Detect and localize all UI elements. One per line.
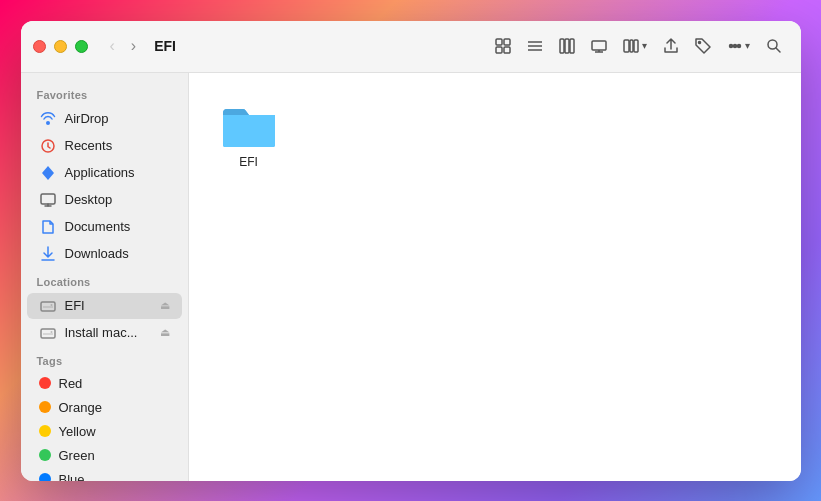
close-button[interactable]: × bbox=[33, 40, 46, 53]
file-area: EFI bbox=[189, 73, 801, 481]
yellow-tag-label: Yellow bbox=[59, 424, 96, 439]
orange-tag-label: Orange bbox=[59, 400, 102, 415]
recents-label: Recents bbox=[65, 138, 113, 153]
svg-rect-3 bbox=[504, 47, 510, 53]
sidebar-item-airdrop[interactable]: AirDrop bbox=[27, 106, 182, 132]
forward-button[interactable]: › bbox=[125, 34, 142, 58]
desktop-icon bbox=[39, 191, 57, 209]
gallery-icon bbox=[591, 38, 607, 54]
install-disk-icon bbox=[39, 324, 57, 342]
svg-point-18 bbox=[733, 45, 736, 48]
grid-icon bbox=[495, 38, 511, 54]
svg-point-29 bbox=[50, 304, 52, 306]
efi-label: EFI bbox=[65, 298, 85, 313]
svg-line-21 bbox=[776, 48, 780, 52]
sidebar-item-tag-green[interactable]: Green bbox=[27, 444, 182, 467]
install-label: Install mac... bbox=[65, 325, 138, 340]
action-button[interactable]: ▾ bbox=[720, 33, 757, 59]
documents-icon bbox=[39, 218, 57, 236]
folder-svg bbox=[221, 101, 277, 149]
sidebar-item-recents[interactable]: Recents bbox=[27, 133, 182, 159]
sidebar-item-downloads[interactable]: Downloads bbox=[27, 241, 182, 267]
list-icon bbox=[527, 38, 543, 54]
search-icon bbox=[766, 38, 782, 54]
share-icon bbox=[663, 38, 679, 54]
svg-point-17 bbox=[729, 45, 732, 48]
sidebar-item-documents[interactable]: Documents bbox=[27, 214, 182, 240]
sidebar-item-efi[interactable]: EFI ⏏ bbox=[27, 293, 182, 319]
green-tag-label: Green bbox=[59, 448, 95, 463]
applications-icon bbox=[39, 164, 57, 182]
view-list-button[interactable] bbox=[520, 33, 550, 59]
svg-rect-7 bbox=[560, 39, 564, 53]
airdrop-icon bbox=[39, 110, 57, 128]
blue-tag-label: Blue bbox=[59, 472, 85, 481]
file-efi-label: EFI bbox=[239, 155, 258, 169]
svg-rect-0 bbox=[496, 39, 502, 45]
svg-point-19 bbox=[737, 45, 740, 48]
view-gallery-button[interactable] bbox=[584, 33, 614, 59]
file-item-efi[interactable]: EFI bbox=[209, 93, 289, 177]
green-tag-dot bbox=[39, 449, 51, 461]
sidebar-item-tag-yellow[interactable]: Yellow bbox=[27, 420, 182, 443]
yellow-tag-dot bbox=[39, 425, 51, 437]
blue-tag-dot bbox=[39, 473, 51, 481]
install-eject[interactable]: ⏏ bbox=[160, 326, 170, 339]
sidebar-item-tag-blue[interactable]: Blue bbox=[27, 468, 182, 481]
red-tag-dot bbox=[39, 377, 51, 389]
svg-rect-23 bbox=[41, 194, 55, 204]
nav-buttons: ‹ › bbox=[104, 34, 143, 58]
search-button[interactable] bbox=[759, 33, 789, 59]
finder-window: × − + ‹ › EFI bbox=[21, 21, 801, 481]
action-chevron: ▾ bbox=[745, 41, 750, 51]
view-column-button[interactable] bbox=[552, 33, 582, 59]
locations-header: Locations bbox=[21, 268, 188, 292]
efi-eject[interactable]: ⏏ bbox=[160, 299, 170, 312]
sidebar-item-desktop[interactable]: Desktop bbox=[27, 187, 182, 213]
group-button[interactable]: ▾ bbox=[616, 33, 654, 59]
svg-rect-1 bbox=[504, 39, 510, 45]
svg-rect-13 bbox=[624, 40, 629, 52]
tag-button[interactable] bbox=[688, 33, 718, 59]
sidebar-item-install[interactable]: Install mac... ⏏ bbox=[27, 320, 182, 346]
svg-rect-2 bbox=[496, 47, 502, 53]
toolbar-right: ▾ bbox=[488, 33, 789, 59]
view-grid-button[interactable] bbox=[488, 33, 518, 59]
favorites-header: Favorites bbox=[21, 81, 188, 105]
window-title: EFI bbox=[154, 38, 176, 54]
svg-point-16 bbox=[698, 42, 700, 44]
file-grid: EFI bbox=[209, 93, 781, 177]
tag-icon bbox=[695, 38, 711, 54]
downloads-label: Downloads bbox=[65, 246, 129, 261]
back-button[interactable]: ‹ bbox=[104, 34, 121, 58]
applications-label: Applications bbox=[65, 165, 135, 180]
titlebar: × − + ‹ › EFI bbox=[21, 21, 801, 73]
orange-tag-dot bbox=[39, 401, 51, 413]
sidebar-item-tag-red[interactable]: Red bbox=[27, 372, 182, 395]
sidebar-item-tag-orange[interactable]: Orange bbox=[27, 396, 182, 419]
content-area: Favorites AirDrop bbox=[21, 73, 801, 481]
sidebar-item-applications[interactable]: Applications bbox=[27, 160, 182, 186]
svg-point-32 bbox=[50, 331, 52, 333]
svg-rect-15 bbox=[634, 40, 638, 52]
documents-label: Documents bbox=[65, 219, 131, 234]
tags-header: Tags bbox=[21, 347, 188, 371]
svg-rect-9 bbox=[570, 39, 574, 53]
efi-disk-icon bbox=[39, 297, 57, 315]
airdrop-label: AirDrop bbox=[65, 111, 109, 126]
group-icon bbox=[623, 38, 639, 54]
column-icon bbox=[559, 38, 575, 54]
desktop-label: Desktop bbox=[65, 192, 113, 207]
svg-rect-8 bbox=[565, 39, 569, 53]
action-icon bbox=[727, 38, 743, 54]
traffic-lights: × − + bbox=[33, 40, 88, 53]
recents-icon bbox=[39, 137, 57, 155]
sidebar: Favorites AirDrop bbox=[21, 73, 189, 481]
svg-rect-14 bbox=[630, 40, 633, 52]
share-button[interactable] bbox=[656, 33, 686, 59]
group-chevron: ▾ bbox=[642, 41, 647, 51]
svg-rect-10 bbox=[592, 41, 606, 50]
minimize-button[interactable]: − bbox=[54, 40, 67, 53]
maximize-button[interactable]: + bbox=[75, 40, 88, 53]
downloads-icon bbox=[39, 245, 57, 263]
